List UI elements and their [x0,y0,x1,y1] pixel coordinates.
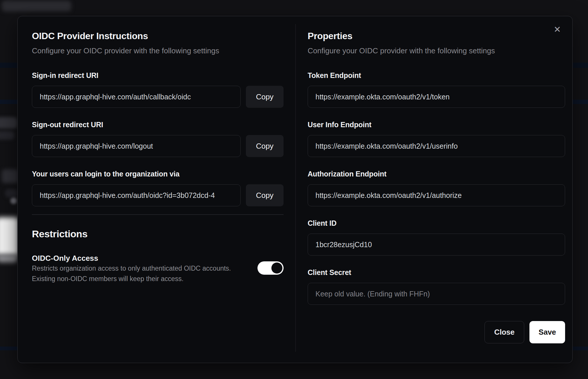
token-endpoint-input[interactable] [308,86,565,108]
org-login-url-field: Copy [32,184,284,206]
properties-title: Properties [308,30,565,42]
close-button[interactable]: Close [484,321,524,343]
restrictions-title: Restrictions [32,227,284,240]
oidc-settings-dialog: ✕ OIDC Provider Instructions Configure y… [17,16,573,363]
org-login-url-input[interactable] [32,184,241,206]
authorization-endpoint-label: Authorization Endpoint [308,169,565,178]
signin-redirect-uri-field: Copy [32,86,284,108]
instructions-panel: OIDC Provider Instructions Configure you… [18,16,295,363]
oidc-only-access-text: OIDC-Only Access Restricts organization … [32,253,284,284]
screen: ✕ OIDC Provider Instructions Configure y… [0,0,588,379]
authorization-endpoint-field [308,184,565,206]
token-endpoint-label: Token Endpoint [308,71,565,80]
copy-signin-button[interactable]: Copy [246,86,284,108]
signout-redirect-uri-field: Copy [32,135,284,157]
instructions-title: OIDC Provider Instructions [32,30,284,42]
background-text-blur [0,117,17,129]
background-text-blur [0,131,14,140]
properties-panel: Properties Configure your OIDC provider … [295,16,572,363]
oidc-only-access-description: Restricts organization access to only au… [32,263,284,274]
background-button-blur [0,217,19,256]
background-text-blur [0,254,17,263]
background-dot-blur [10,198,17,204]
client-id-input[interactable] [308,234,565,256]
client-id-label: Client ID [308,218,565,228]
authorization-endpoint-input[interactable] [308,184,565,206]
client-id-field [308,234,565,256]
copy-signout-button[interactable]: Copy [246,135,284,157]
oidc-only-access-description: Existing non-OIDC members will keep thei… [32,274,284,284]
userinfo-endpoint-label: User Info Endpoint [308,120,565,129]
section-divider [32,214,284,215]
instructions-subtitle: Configure your OIDC provider with the fo… [32,46,284,56]
background-logo-blur [2,1,71,12]
client-secret-input[interactable] [308,283,565,305]
copy-org-login-button[interactable]: Copy [246,184,284,206]
dialog-actions: Close Save [308,321,565,343]
oidc-only-access-label: OIDC-Only Access [32,253,284,263]
client-secret-field [308,283,565,305]
signin-redirect-uri-input[interactable] [32,86,241,108]
org-login-url-label: Your users can login to the organization… [32,169,284,178]
signin-redirect-uri-label: Sign-in redirect URI [32,71,284,80]
background-text-blur [2,169,19,183]
signout-redirect-uri-input[interactable] [32,135,241,157]
background-text-blur [5,189,17,198]
userinfo-endpoint-field [308,135,565,157]
properties-subtitle: Configure your OIDC provider with the fo… [308,46,565,56]
userinfo-endpoint-input[interactable] [308,135,565,157]
toggle-knob-icon [271,263,282,274]
save-button[interactable]: Save [529,321,565,343]
oidc-only-access-row: OIDC-Only Access Restricts organization … [32,253,284,284]
signout-redirect-uri-label: Sign-out redirect URI [32,120,284,129]
token-endpoint-field [308,86,565,108]
client-secret-label: Client Secret [308,268,565,277]
oidc-only-toggle[interactable] [257,261,284,275]
